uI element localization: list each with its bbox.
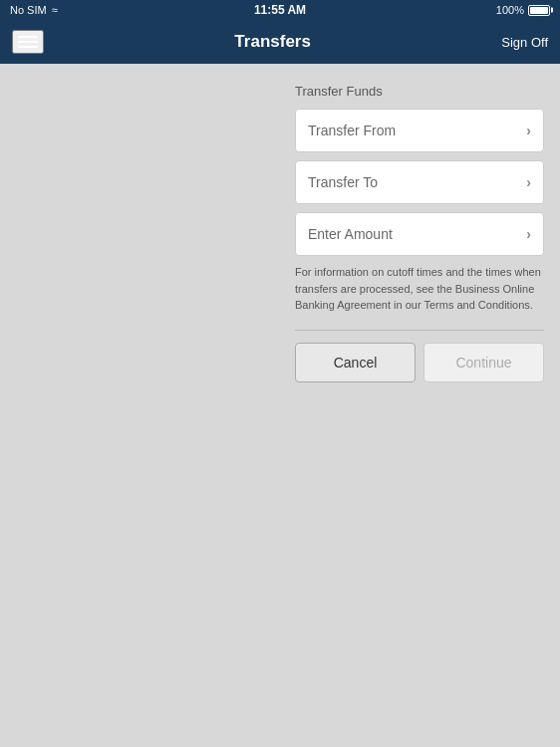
info-text: For information on cutoff times and the … — [295, 264, 544, 314]
status-bar: No SIM ≈ 11:55 AM 100% — [0, 0, 560, 20]
divider — [295, 330, 544, 331]
content-panel: Transfer Funds Transfer From › Transfer … — [279, 64, 560, 747]
menu-button[interactable] — [12, 30, 44, 54]
page-title: Transfers — [234, 32, 311, 52]
transfer-from-label: Transfer From — [308, 123, 396, 138]
nav-bar: Transfers Sign Off — [0, 20, 560, 64]
enter-amount-field[interactable]: Enter Amount › — [295, 212, 544, 256]
enter-amount-chevron-icon: › — [526, 226, 531, 242]
transfer-to-field[interactable]: Transfer To › — [295, 160, 544, 204]
transfer-to-label: Transfer To — [308, 174, 378, 190]
transfer-from-field[interactable]: Transfer From › — [295, 109, 544, 152]
button-row: Cancel Continue — [295, 343, 544, 382]
carrier-text: No SIM — [10, 4, 47, 16]
enter-amount-label: Enter Amount — [308, 226, 393, 242]
transfer-to-chevron-icon: › — [526, 174, 531, 190]
wifi-icon: ≈ — [52, 4, 58, 16]
battery-percent-text: 100% — [496, 4, 524, 16]
status-bar-time: 11:55 AM — [254, 3, 306, 17]
cancel-button[interactable]: Cancel — [295, 343, 416, 382]
status-bar-right: 100% — [496, 4, 550, 16]
section-title: Transfer Funds — [295, 84, 544, 99]
sign-off-button[interactable]: Sign Off — [501, 35, 548, 50]
status-bar-left: No SIM ≈ — [10, 4, 58, 16]
main-content: Transfer Funds Transfer From › Transfer … — [0, 64, 560, 747]
sidebar — [0, 64, 279, 747]
battery-icon — [528, 5, 550, 16]
transfer-from-chevron-icon: › — [526, 123, 531, 138]
continue-button[interactable]: Continue — [423, 343, 544, 382]
